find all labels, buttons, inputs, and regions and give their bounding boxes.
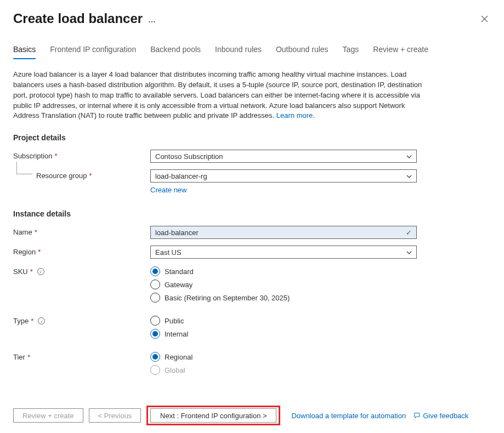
type-label: Type * i: [13, 315, 150, 325]
chevron-down-icon: [406, 173, 412, 179]
radio-icon: [150, 329, 160, 339]
tier-option-global: Global: [150, 365, 417, 375]
intro-body: Azure load balancer is a layer 4 load ba…: [13, 70, 422, 119]
tier-label: Tier *: [13, 351, 150, 361]
tab-tags[interactable]: Tags: [343, 42, 359, 59]
subscription-dropdown[interactable]: Contoso Subscription: [150, 150, 417, 163]
resource-group-dropdown[interactable]: load-balancer-rg: [150, 169, 417, 183]
radio-icon: [150, 352, 160, 362]
resource-group-value: load-balancer-rg: [155, 172, 207, 180]
radio-icon: [150, 293, 160, 303]
chevron-down-icon: [406, 249, 412, 255]
tier-radio-group: Regional Global: [150, 351, 417, 375]
region-label: Region *: [13, 246, 150, 256]
create-new-resource-group-link[interactable]: Create new: [150, 186, 186, 194]
download-template-link[interactable]: Download a template for automation: [291, 412, 406, 420]
region-value: East US: [155, 248, 182, 257]
sku-option-standard[interactable]: Standard: [150, 266, 417, 276]
project-details-heading: Project details: [13, 133, 491, 142]
tab-review-create[interactable]: Review + create: [373, 42, 428, 59]
learn-more-link[interactable]: Learn more.: [276, 111, 315, 119]
review-create-button[interactable]: Review + create: [13, 408, 83, 423]
close-icon: [481, 15, 488, 22]
chevron-down-icon: [406, 153, 412, 159]
region-dropdown[interactable]: East US: [150, 246, 417, 259]
instance-details-heading: Instance details: [13, 209, 491, 218]
sku-radio-group: Standard Gateway Basic (Retiring on Sept…: [150, 265, 417, 303]
type-option-internal[interactable]: Internal: [150, 329, 417, 339]
more-actions-button[interactable]: …: [148, 13, 156, 24]
tab-inbound-rules[interactable]: Inbound rules: [215, 42, 262, 59]
subscription-label: Subscription *: [13, 150, 150, 160]
radio-icon: [150, 316, 160, 326]
radio-icon: [150, 365, 160, 375]
validation-check-icon: ✓: [406, 229, 412, 237]
tab-frontend-ip[interactable]: Frontend IP configuration: [50, 42, 136, 59]
next-button[interactable]: Next : Frontend IP configuration >: [150, 408, 276, 423]
close-button[interactable]: [478, 12, 491, 25]
page-title: Create load balancer: [13, 11, 143, 26]
name-label: Name *: [13, 226, 150, 236]
tab-basics[interactable]: Basics: [13, 42, 36, 59]
tab-bar: Basics Frontend IP configuration Backend…: [13, 42, 491, 60]
sku-option-gateway[interactable]: Gateway: [150, 280, 417, 289]
tab-backend-pools[interactable]: Backend pools: [150, 42, 201, 59]
resource-group-label: Resource group *: [13, 169, 150, 180]
sku-label: SKU * i: [13, 265, 150, 276]
type-radio-group: Public Internal: [150, 315, 417, 339]
radio-icon: [150, 266, 160, 276]
sku-option-basic[interactable]: Basic (Retiring on September 30, 2025): [150, 293, 417, 303]
name-value: load-balancer: [155, 229, 199, 237]
tab-outbound-rules[interactable]: Outbound rules: [276, 42, 329, 59]
radio-icon: [150, 280, 160, 289]
info-icon[interactable]: i: [38, 317, 45, 324]
type-option-public[interactable]: Public: [150, 316, 417, 326]
subscription-value: Contoso Subscription: [155, 152, 223, 161]
give-feedback-link[interactable]: Give feedback: [414, 412, 468, 420]
info-icon[interactable]: i: [37, 268, 44, 275]
name-input[interactable]: load-balancer ✓: [150, 226, 417, 239]
previous-button[interactable]: < Previous: [89, 408, 141, 423]
tier-option-regional[interactable]: Regional: [150, 352, 417, 362]
footer-bar: Review + create < Previous Next : Fronte…: [13, 406, 491, 425]
feedback-icon: [414, 412, 421, 419]
highlight-box: Next : Frontend IP configuration >: [146, 406, 280, 425]
intro-text: Azure load balancer is a layer 4 load ba…: [13, 70, 430, 121]
